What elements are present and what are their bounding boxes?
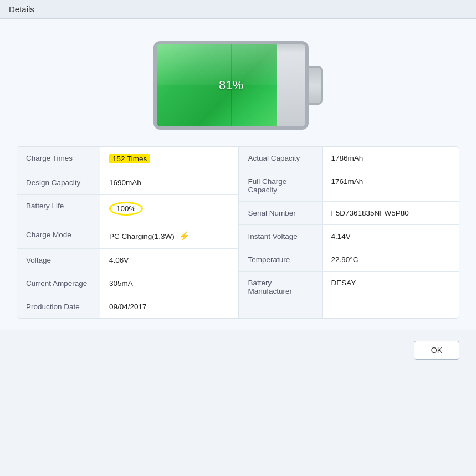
field-label-amperage: Current Amperage xyxy=(17,272,100,295)
field-value-battery-life: 100% xyxy=(100,195,238,223)
field-label-voltage: Voltage xyxy=(17,249,100,272)
table-row: Design Capacity 1690mAh xyxy=(17,171,238,195)
field-value-production-date: 09/04/2017 xyxy=(100,295,238,318)
highlight-bar: 152 Times xyxy=(109,154,150,163)
field-label-serial-number: Serial Number xyxy=(239,202,323,224)
field-label-battery-life: Battery Life xyxy=(17,195,100,223)
field-value-amperage: 305mA xyxy=(100,272,238,295)
field-value-charge-mode: PC Charging(1.3W) ⚡ xyxy=(100,223,238,248)
page-title: Details xyxy=(9,4,34,14)
field-label-full-charge-capacity: Full Charge Capacity xyxy=(239,170,323,201)
field-label-instant-voltage: Instant Voltage xyxy=(239,225,323,248)
field-value-serial-number: F5D7361835NFW5P80 xyxy=(323,202,459,224)
battery-terminal xyxy=(307,66,323,105)
ok-button[interactable]: OK xyxy=(414,341,459,360)
table-row: Actual Capacity 1786mAh xyxy=(239,147,459,170)
title-bar: Details xyxy=(0,0,476,19)
table-row: Voltage 4.06V xyxy=(17,249,238,272)
table-row: Temperature 22.90°C xyxy=(239,248,459,272)
field-label-empty xyxy=(239,303,323,318)
field-value-charge-times: 152 Times xyxy=(100,147,238,171)
table-row: Current Amperage 305mA xyxy=(17,272,238,295)
battery-body: 81% xyxy=(153,41,309,130)
field-value-voltage: 4.06V xyxy=(100,249,238,272)
field-label-actual-capacity: Actual Capacity xyxy=(239,147,323,170)
lightning-icon: ⚡ xyxy=(179,231,190,241)
table-row: Production Date 09/04/2017 xyxy=(17,295,238,318)
table-row: Charge Times 152 Times xyxy=(17,147,238,171)
highlight-circle: 100% xyxy=(109,202,143,216)
table-row-empty xyxy=(239,303,459,318)
field-value-actual-capacity: 1786mAh xyxy=(323,147,459,170)
table-row: Battery Life 100% xyxy=(17,195,238,223)
table-row: Full Charge Capacity 1761mAh xyxy=(239,170,459,202)
right-panel: Actual Capacity 1786mAh Full Charge Capa… xyxy=(238,147,459,318)
field-label-charge-times: Charge Times xyxy=(17,147,100,171)
left-panel: Charge Times 152 Times Design Capacity 1… xyxy=(17,147,238,318)
table-row: Charge Mode PC Charging(1.3W) ⚡ xyxy=(17,223,238,249)
field-label-production-date: Production Date xyxy=(17,295,100,318)
field-value-design-capacity: 1690mAh xyxy=(100,171,238,194)
table-row: Battery Manufacturer DESAY xyxy=(239,272,459,303)
battery-percent: 81% xyxy=(157,78,305,93)
field-label-battery-manufacturer: Battery Manufacturer xyxy=(239,272,323,303)
battery-display: 81% xyxy=(17,41,459,130)
field-label-charge-mode: Charge Mode xyxy=(17,223,100,248)
field-value-battery-manufacturer: DESAY xyxy=(323,272,459,303)
info-table: Charge Times 152 Times Design Capacity 1… xyxy=(17,146,459,319)
table-row: Serial Number F5D7361835NFW5P80 xyxy=(239,202,459,225)
field-value-full-charge-capacity: 1761mAh xyxy=(323,170,459,201)
field-label-design-capacity: Design Capacity xyxy=(17,171,100,194)
field-value-temperature: 22.90°C xyxy=(323,248,459,271)
field-value-empty xyxy=(323,303,459,318)
field-label-temperature: Temperature xyxy=(239,248,323,271)
footer: OK xyxy=(0,330,476,371)
table-row: Instant Voltage 4.14V xyxy=(239,225,459,248)
field-value-instant-voltage: 4.14V xyxy=(323,225,459,248)
